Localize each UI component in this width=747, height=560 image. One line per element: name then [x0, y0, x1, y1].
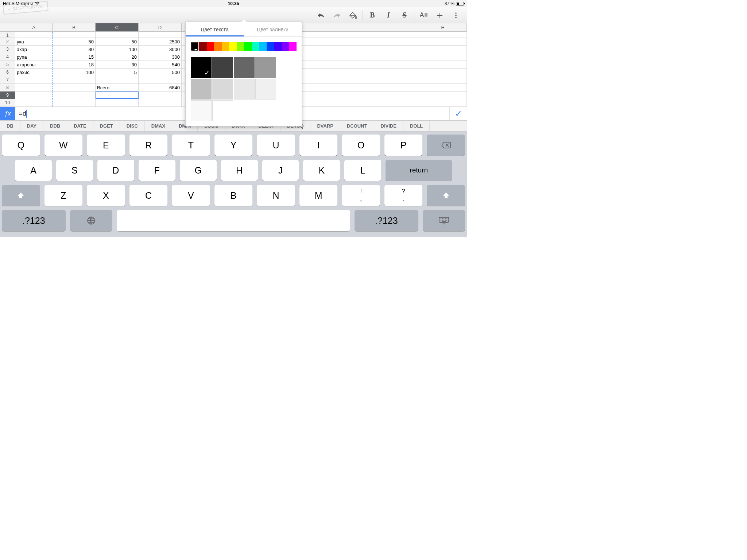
row-header[interactable]: 1 — [0, 32, 15, 38]
key-m[interactable]: M — [299, 185, 338, 206]
key-g[interactable]: G — [180, 160, 217, 181]
color-swatch[interactable] — [214, 42, 222, 51]
text-color-tab[interactable]: Цвет текста — [186, 22, 244, 36]
key-i[interactable]: I — [299, 135, 338, 156]
cell[interactable] — [139, 92, 182, 99]
cell[interactable] — [53, 84, 96, 91]
cell[interactable] — [15, 76, 53, 83]
suggestion-item[interactable]: DATE — [67, 121, 93, 131]
suggestion-item[interactable]: DAY — [20, 121, 43, 131]
add-button[interactable] — [432, 7, 448, 23]
cell[interactable]: 300 — [139, 53, 182, 61]
key-y[interactable]: Y — [214, 135, 253, 156]
cell[interactable]: ука — [15, 38, 53, 45]
more-button[interactable] — [448, 7, 464, 23]
gray-swatch[interactable] — [191, 79, 212, 100]
cell[interactable]: ... — [15, 32, 53, 38]
cell[interactable]: 6840 — [139, 84, 182, 91]
suggestion-item[interactable]: DCOUNT — [340, 121, 374, 131]
gray-swatch[interactable]: ✓ — [191, 57, 212, 78]
col-header-c[interactable]: C — [96, 23, 139, 31]
key-h[interactable]: H — [221, 160, 258, 181]
bold-button[interactable]: B — [364, 7, 380, 23]
key-d[interactable]: D — [97, 160, 134, 181]
gray-swatch[interactable] — [234, 79, 255, 100]
cell[interactable]: 540 — [139, 61, 182, 68]
cell[interactable]: 20 — [96, 53, 139, 61]
cell[interactable] — [53, 76, 96, 83]
key-k[interactable]: K — [303, 160, 340, 181]
key-z[interactable]: Z — [44, 185, 83, 206]
key-t[interactable]: T — [172, 135, 210, 156]
text-format-button[interactable]: A — [416, 7, 432, 23]
color-swatch[interactable] — [229, 42, 237, 51]
redo-button[interactable] — [329, 7, 345, 23]
cell[interactable]: 30 — [53, 46, 96, 53]
row-header[interactable]: 7 — [0, 76, 15, 83]
hide-keyboard-key[interactable] — [423, 210, 465, 231]
suggestion-item[interactable]: DOLL — [403, 121, 430, 131]
cell[interactable] — [96, 76, 139, 83]
key-c[interactable]: C — [129, 185, 168, 206]
color-swatch[interactable] — [222, 42, 229, 51]
row-header[interactable]: 8 — [0, 84, 15, 91]
undo-button[interactable] — [313, 7, 329, 23]
select-all-corner[interactable] — [0, 23, 15, 31]
suggestion-item[interactable]: DIVIDE — [374, 121, 403, 131]
key-b[interactable]: B — [214, 185, 253, 206]
row-header[interactable]: 4 — [0, 53, 15, 61]
key-a[interactable]: A — [15, 160, 52, 181]
row-header[interactable]: 5 — [0, 61, 15, 68]
numeric-key-2[interactable]: .?123 — [355, 210, 418, 231]
gray-swatch[interactable] — [234, 57, 255, 78]
suggestion-item[interactable]: DISC — [120, 121, 145, 131]
period-key[interactable]: ?. — [384, 185, 423, 206]
gray-swatch[interactable] — [191, 100, 212, 121]
cell[interactable] — [139, 76, 182, 83]
cell[interactable]: 100 — [53, 69, 96, 76]
cell[interactable]: ахар — [15, 46, 53, 53]
cell[interactable]: 15 — [53, 53, 96, 61]
cell[interactable] — [53, 92, 96, 99]
italic-button[interactable]: I — [380, 7, 396, 23]
key-p[interactable]: P — [384, 135, 423, 156]
key-o[interactable]: O — [342, 135, 380, 156]
cell[interactable]: 5 — [96, 69, 139, 76]
row-header[interactable]: 9 — [0, 92, 15, 99]
suggestion-item[interactable]: DMAX — [145, 121, 172, 131]
suggestion-item[interactable]: DB — [0, 121, 20, 131]
key-l[interactable]: L — [344, 160, 381, 181]
key-e[interactable]: E — [87, 135, 125, 156]
cell[interactable] — [139, 99, 182, 106]
cell[interactable]: 2500 — [139, 38, 182, 45]
fill-color-button[interactable] — [345, 7, 361, 23]
color-swatch[interactable] — [282, 42, 289, 51]
color-swatch[interactable] — [237, 42, 244, 51]
formula-confirm-button[interactable]: ✓ — [449, 107, 467, 120]
col-header-b[interactable]: B — [53, 23, 96, 31]
cell[interactable] — [15, 99, 53, 106]
key-f[interactable]: F — [139, 160, 175, 181]
cell[interactable]: 30 — [96, 61, 139, 68]
cell[interactable] — [53, 32, 96, 38]
row-header[interactable]: 2 — [0, 38, 15, 45]
key-j[interactable]: J — [262, 160, 299, 181]
cell[interactable] — [96, 92, 139, 99]
cell[interactable]: 50 — [53, 38, 96, 45]
key-v[interactable]: V — [172, 185, 210, 206]
color-swatch[interactable] — [289, 42, 297, 51]
cell[interactable] — [15, 84, 53, 91]
return-key[interactable]: return — [386, 160, 452, 181]
cell[interactable] — [96, 99, 139, 106]
col-header-a[interactable]: A — [15, 23, 53, 31]
shift-key[interactable] — [2, 185, 40, 206]
row-header[interactable]: 3 — [0, 46, 15, 53]
fill-color-tab[interactable]: Цвет заливки — [244, 22, 302, 36]
cell[interactable] — [15, 92, 53, 99]
suggestion-item[interactable]: DGET — [93, 121, 120, 131]
comma-key[interactable]: !, — [342, 185, 380, 206]
gray-swatch[interactable] — [255, 57, 276, 78]
gray-swatch[interactable] — [212, 57, 233, 78]
col-header-d[interactable]: D — [139, 23, 182, 31]
gray-swatch[interactable] — [255, 79, 276, 100]
